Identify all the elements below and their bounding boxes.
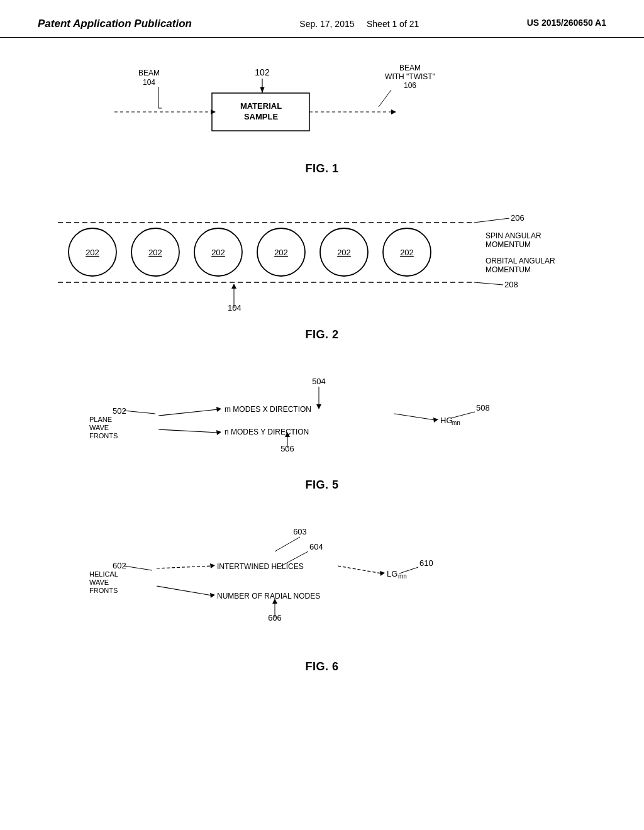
- fig6-label: FIG. 6: [38, 660, 606, 673]
- svg-text:NUMBER OF RADIAL NODES: NUMBER OF RADIAL NODES: [217, 592, 320, 600]
- svg-text:mn: mn: [452, 419, 460, 426]
- fig1-label: FIG. 1: [38, 162, 606, 175]
- svg-text:202: 202: [86, 248, 99, 257]
- svg-text:n MODES Y DIRECTION: n MODES Y DIRECTION: [225, 428, 309, 436]
- svg-text:WITH "TWIST": WITH "TWIST": [385, 72, 435, 81]
- fig6-diagram: 603 604 602 HELICAL WAVE FRONTS INTERTWI…: [86, 523, 558, 655]
- svg-line-60: [394, 414, 435, 420]
- svg-marker-15: [391, 109, 396, 114]
- svg-text:HG: HG: [440, 416, 453, 425]
- figure-2-section: 202 202 202 202 202 202 206: [38, 207, 606, 341]
- svg-marker-85: [210, 593, 215, 598]
- svg-text:BEAM: BEAM: [138, 69, 160, 77]
- main-content: 102 BEAM WITH "TWIST" 106 BEAM 104 MATER…: [0, 38, 644, 724]
- svg-text:202: 202: [211, 248, 225, 257]
- svg-line-39: [474, 282, 503, 285]
- svg-text:206: 206: [511, 213, 525, 223]
- svg-text:PLANE: PLANE: [89, 416, 112, 423]
- svg-marker-55: [216, 430, 221, 435]
- svg-line-83: [399, 567, 418, 573]
- svg-text:106: 106: [404, 81, 416, 90]
- fig1-diagram: 102 BEAM WITH "TWIST" 106 BEAM 104 MATER…: [77, 57, 567, 157]
- svg-line-84: [157, 586, 212, 595]
- page: Patent Application Publication Sep. 17, …: [0, 0, 644, 830]
- svg-marker-11: [211, 109, 216, 114]
- svg-text:603: 603: [293, 527, 307, 536]
- svg-line-78: [338, 566, 382, 573]
- svg-text:HELICAL: HELICAL: [89, 570, 118, 578]
- svg-text:202: 202: [148, 248, 162, 257]
- svg-line-47: [124, 411, 155, 414]
- svg-text:202: 202: [274, 248, 288, 257]
- svg-line-71: [124, 566, 152, 570]
- svg-text:WAVE: WAVE: [89, 424, 109, 431]
- svg-text:SAMPLE: SAMPLE: [244, 112, 279, 121]
- svg-text:508: 508: [476, 403, 490, 412]
- svg-text:104: 104: [143, 78, 155, 87]
- svg-line-65: [451, 412, 475, 418]
- svg-line-51: [158, 409, 218, 416]
- svg-text:m MODES X DIRECTION: m MODES X DIRECTION: [225, 405, 311, 414]
- svg-marker-42: [231, 284, 236, 289]
- svg-line-33: [474, 218, 509, 223]
- page-header: Patent Application Publication Sep. 17, …: [0, 0, 644, 38]
- svg-text:FRONTS: FRONTS: [89, 432, 118, 440]
- svg-line-16: [379, 90, 391, 107]
- header-center: Sep. 17, 2015 Sheet 1 of 21: [299, 18, 419, 31]
- svg-text:604: 604: [309, 542, 323, 551]
- svg-marker-52: [216, 407, 221, 412]
- svg-text:ORBITAL ANGULAR: ORBITAL ANGULAR: [486, 257, 555, 265]
- svg-text:SPIN ANGULAR: SPIN ANGULAR: [486, 231, 541, 240]
- svg-text:WAVE: WAVE: [89, 578, 109, 586]
- figure-1-section: 102 BEAM WITH "TWIST" 106 BEAM 104 MATER…: [38, 57, 606, 175]
- svg-text:MATERIAL: MATERIAL: [240, 101, 282, 111]
- svg-text:MOMENTUM: MOMENTUM: [486, 265, 531, 274]
- svg-text:104: 104: [228, 303, 242, 313]
- fig5-label: FIG. 5: [38, 479, 606, 492]
- publication-date: Sep. 17, 2015: [299, 19, 354, 29]
- publication-number: US 2015/260650 A1: [527, 18, 606, 28]
- svg-text:602: 602: [113, 561, 126, 570]
- fig2-diagram: 202 202 202 202 202 202 206: [45, 207, 599, 323]
- svg-text:MOMENTUM: MOMENTUM: [486, 240, 531, 249]
- svg-text:208: 208: [504, 280, 518, 289]
- publication-label: Patent Application Publication: [38, 18, 192, 30]
- figure-6-section: 603 604 602 HELICAL WAVE FRONTS INTERTWI…: [38, 523, 606, 673]
- svg-text:102: 102: [255, 67, 270, 77]
- svg-text:LG: LG: [387, 569, 397, 578]
- svg-text:202: 202: [400, 248, 414, 257]
- svg-line-54: [158, 429, 218, 433]
- svg-marker-79: [380, 571, 385, 576]
- sheet-info: Sheet 1 of 21: [367, 19, 419, 29]
- svg-marker-76: [210, 563, 215, 568]
- svg-line-67: [275, 537, 300, 551]
- svg-text:FRONTS: FRONTS: [89, 587, 118, 594]
- svg-text:mn: mn: [398, 573, 407, 580]
- svg-marker-45: [316, 404, 321, 409]
- svg-text:610: 610: [419, 558, 433, 568]
- svg-line-75: [157, 566, 212, 568]
- svg-text:202: 202: [337, 248, 351, 257]
- svg-text:504: 504: [312, 377, 326, 386]
- fig2-label: FIG. 2: [38, 328, 606, 341]
- svg-marker-61: [433, 418, 438, 423]
- svg-text:BEAM: BEAM: [399, 64, 421, 72]
- fig5-diagram: 504 502 PLANE WAVE FRONTS m MODES X DIRE…: [86, 373, 558, 473]
- figure-5-section: 504 502 PLANE WAVE FRONTS m MODES X DIRE…: [38, 373, 606, 492]
- svg-text:INTERTWINED HELICES: INTERTWINED HELICES: [217, 562, 304, 571]
